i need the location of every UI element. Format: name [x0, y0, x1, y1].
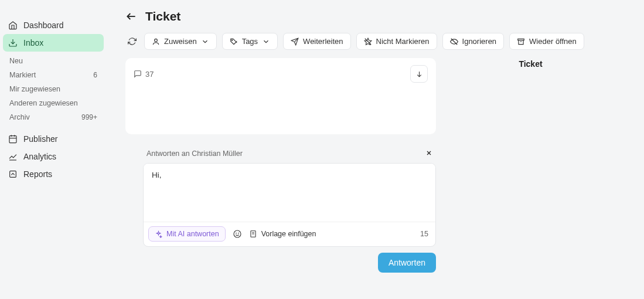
char-count: 15: [420, 230, 428, 238]
svg-point-7: [155, 39, 158, 42]
conversation-column: 37 Antworten an Christian Müller: [125, 58, 436, 299]
meta-column: Ticket: [448, 58, 637, 299]
action-toolbar: Zuweisen Tags Weiterleiten Nicht Markier…: [118, 29, 644, 58]
smile-icon: [233, 229, 242, 239]
ignore-button[interactable]: Ignorieren: [442, 33, 505, 50]
sidebar-sub-label: Anderen zugewiesen: [9, 99, 78, 107]
refresh-icon: [128, 37, 137, 46]
sidebar-item-reports[interactable]: Reports: [3, 165, 104, 183]
sidebar-item-label: Reports: [23, 169, 52, 179]
meta-title: Ticket: [448, 59, 637, 69]
template-label: Vorlage einfügen: [261, 230, 316, 238]
close-reply-button[interactable]: [425, 148, 432, 158]
reply-textarea[interactable]: [144, 164, 435, 220]
comment-count-value: 37: [145, 70, 154, 79]
ai-button-label: Mit AI antworten: [166, 230, 219, 238]
sidebar-item-label: Inbox: [23, 38, 43, 47]
scroll-down-button[interactable]: [410, 65, 428, 83]
svg-rect-5: [10, 171, 16, 178]
send-reply-button[interactable]: Antworten: [378, 253, 436, 273]
reopen-button[interactable]: Wieder öffnen: [509, 33, 584, 50]
ai-reply-button[interactable]: Mit AI antworten: [148, 226, 226, 242]
button-label: Weiterleiten: [303, 37, 343, 46]
reply-box: Mit AI antworten Vorlage einfügen 15: [143, 163, 436, 247]
inbox-icon: [8, 38, 18, 47]
analytics-icon: [8, 152, 18, 161]
send-icon: [291, 38, 299, 46]
reply-toolbar: Mit AI antworten Vorlage einfügen 15: [144, 222, 435, 246]
button-label: Ignorieren: [462, 37, 497, 46]
home-icon: [8, 21, 18, 30]
svg-point-21: [238, 233, 238, 233]
chevron-down-icon: [262, 38, 270, 46]
sidebar-sub-neu[interactable]: Neu: [3, 54, 104, 68]
sidebar-item-label: Dashboard: [23, 21, 64, 30]
reply-area: Antworten an Christian Müller Mit AI ant…: [125, 146, 436, 273]
sidebar-item-analytics[interactable]: Analytics: [3, 148, 104, 165]
emoji-button[interactable]: [233, 229, 242, 239]
arrow-down-icon: [415, 70, 423, 78]
svg-rect-14: [518, 39, 524, 40]
sidebar-sub-label: Archiv: [9, 113, 30, 121]
sidebar-sub-count: 6: [93, 71, 97, 79]
sidebar-sub-label: Neu: [9, 57, 23, 65]
sidebar-sub-label: Markiert: [9, 71, 36, 79]
svg-point-20: [236, 233, 236, 233]
svg-point-19: [234, 230, 241, 237]
refresh-button[interactable]: [125, 35, 139, 48]
page-title: Ticket: [145, 9, 180, 23]
sparkle-icon: [155, 230, 162, 238]
sidebar-sub-label: Mir zugewiesen: [9, 85, 60, 93]
template-button[interactable]: Vorlage einfügen: [249, 230, 316, 238]
message-body: [134, 86, 428, 127]
template-icon: [249, 230, 257, 238]
chevron-down-icon: [201, 38, 209, 46]
tags-button[interactable]: Tags: [222, 33, 278, 50]
sidebar-sub-mir-zugewiesen[interactable]: Mir zugewiesen: [3, 82, 104, 96]
button-label: Nicht Markieren: [376, 37, 430, 46]
unmark-button[interactable]: Nicht Markieren: [356, 33, 437, 50]
comment-icon: [134, 70, 142, 78]
button-label: Tags: [242, 37, 258, 46]
svg-rect-1: [9, 136, 16, 143]
button-label: Wieder öffnen: [529, 37, 577, 46]
sidebar-sub-archiv[interactable]: Archiv 999+: [3, 110, 104, 124]
sidebar-item-label: Analytics: [23, 152, 56, 161]
sidebar-item-publisher[interactable]: Publisher: [3, 130, 104, 148]
sidebar-item-inbox[interactable]: Inbox: [3, 34, 104, 52]
sidebar: Dashboard Inbox Neu Markiert 6 Mir zugew…: [0, 0, 107, 299]
star-off-icon: [364, 38, 372, 46]
close-icon: [425, 150, 432, 157]
sidebar-sub-count: 999+: [81, 113, 97, 121]
calendar-icon: [8, 134, 18, 144]
reports-icon: [8, 169, 18, 179]
button-label: Zuweisen: [164, 37, 197, 46]
back-button[interactable]: [125, 11, 137, 22]
sidebar-sub-anderen-zugewiesen[interactable]: Anderen zugewiesen: [3, 96, 104, 110]
arrow-left-icon: [125, 11, 137, 22]
message-card: 37: [125, 58, 436, 134]
comment-count: 37: [134, 70, 154, 79]
eye-off-icon: [450, 38, 458, 46]
svg-point-8: [231, 40, 232, 40]
sidebar-sub-markiert[interactable]: Markiert 6: [3, 68, 104, 82]
sidebar-item-label: Publisher: [23, 134, 57, 144]
user-icon: [152, 38, 160, 46]
assign-button[interactable]: Zuweisen: [144, 33, 217, 50]
tag-icon: [230, 38, 238, 46]
sidebar-item-dashboard[interactable]: Dashboard: [3, 16, 104, 34]
main-content: Ticket Zuweisen Tags Weiterleiten: [107, 0, 644, 299]
reply-to-label: Antworten an Christian Müller: [146, 150, 243, 158]
archive-open-icon: [517, 38, 525, 46]
forward-button[interactable]: Weiterleiten: [283, 33, 350, 50]
page-header: Ticket: [118, 0, 644, 29]
